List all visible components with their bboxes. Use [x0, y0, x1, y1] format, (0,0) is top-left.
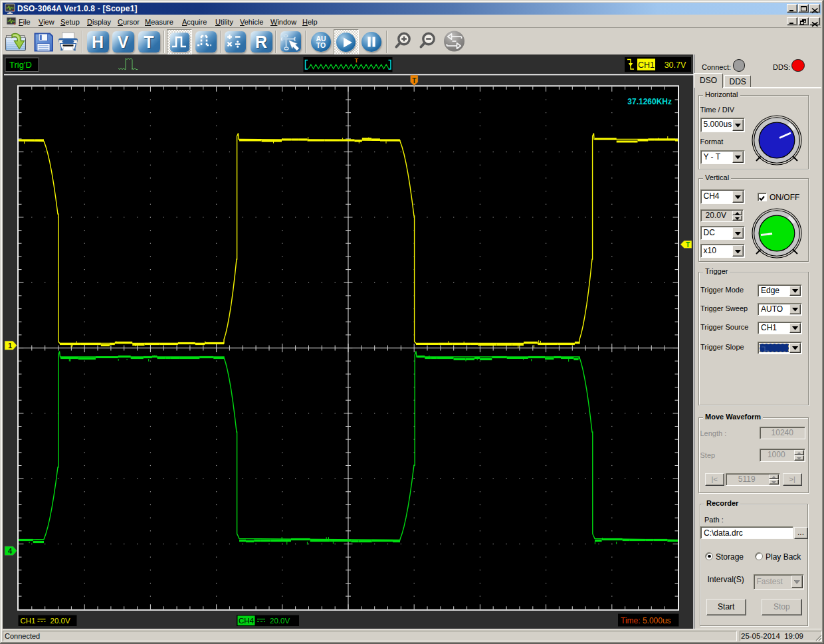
svg-text:CH4: CH4 — [239, 617, 255, 625]
svg-text:20.0V: 20.0V — [51, 617, 70, 625]
svg-text:37.1260KHz: 37.1260KHz — [627, 97, 672, 106]
svg-text:20.0V: 20.0V — [270, 617, 290, 625]
svg-text:V: V — [118, 33, 129, 51]
svg-text:R: R — [255, 33, 266, 51]
svg-text:Trig'D: Trig'D — [9, 60, 32, 70]
svg-text:CH1: CH1 — [638, 60, 655, 70]
svg-text:4: 4 — [8, 547, 13, 555]
svg-text:H: H — [91, 33, 103, 51]
svg-text:Time: 5.000us: Time: 5.000us — [621, 616, 671, 625]
svg-text:T: T — [144, 33, 154, 51]
svg-text:TO: TO — [316, 41, 326, 49]
svg-text:T: T — [355, 57, 359, 64]
svg-text:1: 1 — [8, 342, 12, 350]
svg-text:T: T — [686, 241, 690, 249]
svg-text:CH1: CH1 — [21, 617, 36, 625]
svg-text:30.7V: 30.7V — [665, 60, 686, 70]
svg-text:T: T — [412, 77, 416, 84]
